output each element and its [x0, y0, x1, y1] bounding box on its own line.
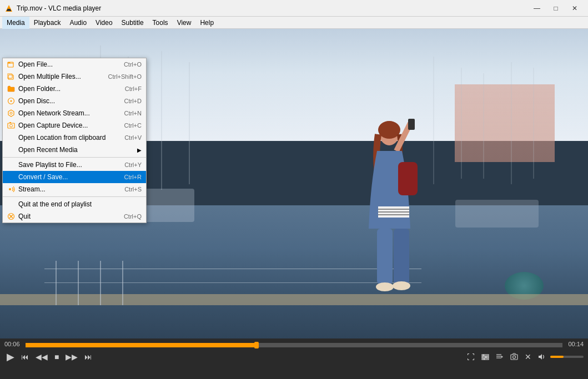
open-file-shortcut: Ctrl+O [124, 61, 142, 68]
menu-open-clipboard[interactable]: Open Location from clipboard Ctrl+V [3, 132, 146, 144]
menu-item-playback[interactable]: Playback [29, 17, 66, 29]
building-bg [455, 84, 555, 162]
svg-point-35 [484, 358, 485, 360]
fullscreen-button[interactable] [465, 352, 477, 362]
mast-6 [461, 68, 462, 179]
next-chapter-button[interactable]: ⏭ [82, 351, 94, 362]
svg-rect-32 [482, 358, 489, 360]
stream-label: Stream... [18, 185, 46, 193]
menu-open-disc[interactable]: Open Disc... Ctrl+D [3, 95, 146, 107]
progress-bar[interactable] [26, 343, 562, 347]
open-capture-shortcut: Ctrl+C [124, 122, 142, 129]
title-bar-controls: — □ ✕ [528, 2, 584, 14]
open-multiple-icon [6, 73, 16, 80]
open-recent-arrow: ▶ [137, 147, 142, 153]
svg-rect-23 [8, 123, 14, 128]
quit-end-label: Quit at the end of playlist [18, 200, 92, 208]
playlist-button[interactable] [494, 352, 506, 362]
save-playlist-shortcut: Ctrl+Y [124, 161, 142, 168]
menu-open-capture[interactable]: Open Capture Device... Ctrl+C [3, 119, 146, 132]
svg-marker-42 [539, 354, 542, 360]
menu-item-video[interactable]: Video [91, 17, 117, 29]
menu-item-subtitle[interactable]: Subtitle [117, 17, 148, 29]
menu-item-help[interactable]: Help [195, 17, 218, 29]
separator-2 [3, 196, 146, 197]
menu-item-tools[interactable]: Tools [148, 17, 173, 29]
maximize-button[interactable]: □ [547, 2, 565, 14]
play-button[interactable]: ▶ [4, 350, 17, 364]
quit-shortcut: Ctrl+Q [124, 213, 142, 220]
open-clipboard-label: Open Location from clipboard [18, 134, 105, 142]
svg-rect-2 [7, 10, 11, 11]
svg-point-24 [10, 124, 13, 127]
svg-rect-40 [511, 355, 517, 360]
save-playlist-label: Save Playlist to File... [18, 161, 82, 169]
svg-point-22 [10, 112, 12, 114]
menu-open-network[interactable]: Open Network Stream... Ctrl+N [3, 107, 146, 119]
mast-5 [433, 57, 434, 184]
svg-point-26 [9, 188, 11, 190]
extended-settings-button[interactable] [479, 352, 491, 362]
woman-figure [349, 118, 421, 306]
svg-point-10 [376, 282, 394, 291]
railing-post-1 [56, 261, 57, 305]
menu-open-folder[interactable]: Open Folder... Ctrl+F [3, 83, 146, 95]
svg-point-4 [378, 121, 400, 139]
open-disc-icon [6, 97, 16, 105]
open-file-label: Open File... [18, 60, 53, 68]
convert-save-label: Convert / Save... [18, 173, 68, 181]
open-capture-label: Open Capture Device... [18, 122, 88, 129]
menu-save-playlist[interactable]: Save Playlist to File... Ctrl+Y [3, 159, 146, 171]
menu-open-file[interactable]: Open File... Ctrl+O [3, 58, 146, 70]
stop-button[interactable]: ■ [52, 351, 61, 362]
open-network-shortcut: Ctrl+N [124, 110, 142, 117]
close-button[interactable]: ✕ [566, 2, 584, 14]
minimize-button[interactable]: — [528, 2, 546, 14]
menu-item-audio[interactable]: Audio [65, 17, 91, 29]
snapshot-button[interactable] [508, 352, 520, 362]
menu-stream[interactable]: Stream... Ctrl+S [3, 183, 146, 195]
mast-9 [533, 68, 534, 179]
menu-open-recent[interactable]: Open Recent Media ▶ [3, 144, 146, 156]
menu-quit-end[interactable]: Quit at the end of playlist [3, 198, 146, 210]
menu-item-media[interactable]: Media [2, 17, 29, 29]
svg-point-33 [483, 355, 485, 356]
open-multiple-shortcut: Ctrl+Shift+O [108, 73, 142, 80]
bottom-controls: 00:06 00:14 ▶ ⏮ ◀◀ ■ ▶▶ ⏭ ✕ [0, 338, 588, 379]
menu-open-multiple[interactable]: Open Multiple Files... Ctrl+Shift+O [3, 70, 146, 83]
prev-chapter-button[interactable]: ⏮ [19, 351, 31, 362]
loop-button[interactable]: ✕ [522, 351, 534, 362]
svg-point-34 [485, 356, 487, 358]
open-recent-label: Open Recent Media [18, 146, 78, 154]
mast-3 [161, 51, 162, 190]
pier [0, 294, 588, 305]
svg-rect-8 [377, 229, 393, 284]
svg-rect-17 [8, 75, 13, 79]
svg-rect-25 [9, 122, 11, 123]
prev-frame-button[interactable]: ◀◀ [33, 351, 50, 362]
quit-icon [6, 213, 16, 220]
menu-convert-save[interactable]: Convert / Save... Ctrl+R [3, 171, 146, 183]
progress-row: 00:06 00:14 [0, 338, 588, 347]
total-time: 00:14 [567, 341, 584, 347]
open-clipboard-shortcut: Ctrl+V [124, 134, 142, 141]
volume-icon[interactable] [536, 352, 548, 362]
railing-post-4 [122, 261, 123, 305]
svg-marker-39 [501, 356, 503, 358]
separator-1 [3, 157, 146, 158]
svg-rect-1 [7, 9, 11, 10]
open-network-label: Open Network Stream... [18, 109, 90, 117]
media-dropdown-menu: Open File... Ctrl+O Open Multiple Files.… [2, 58, 147, 223]
vlc-icon [4, 4, 13, 13]
menu-quit[interactable]: Quit Ctrl+Q [3, 210, 146, 223]
mast-7 [483, 73, 484, 179]
mast-8 [511, 62, 512, 184]
menu-item-view[interactable]: View [173, 17, 196, 29]
convert-save-shortcut: Ctrl+R [124, 174, 142, 180]
next-frame-button[interactable]: ▶▶ [63, 351, 80, 362]
video-area: Open File... Ctrl+O Open Multiple Files.… [0, 29, 588, 350]
stream-shortcut: Ctrl+S [124, 186, 142, 193]
volume-slider[interactable] [550, 356, 584, 358]
open-disc-shortcut: Ctrl+D [124, 98, 142, 104]
svg-point-20 [11, 100, 12, 102]
